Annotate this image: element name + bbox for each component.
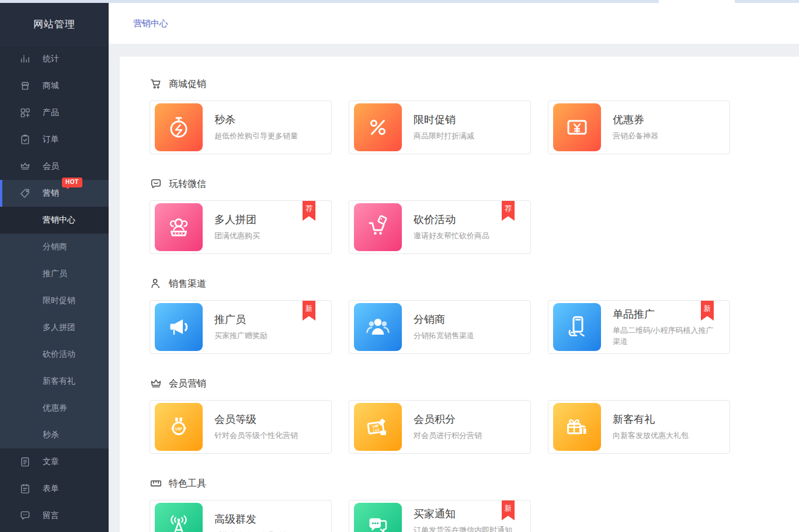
sidebar-subitem-coupon[interactable]: 优惠券 — [0, 395, 109, 422]
sidebar-item-products[interactable]: 产品 — [0, 99, 109, 126]
sidebar-item-label: 营销 — [43, 188, 59, 199]
sidebar-subitem-label: 新客有礼 — [43, 376, 75, 387]
card-row: VIP会员等级针对会员等级个性化营销VIPLV.9会员积分对会员进行积分营销新客… — [150, 400, 781, 454]
card-title: 会员积分 — [414, 412, 482, 426]
card-row: 高级群发对指定人群发送营销短信买家通知订单发货等在微信内即时通知买家新 — [150, 500, 781, 532]
sidebar-subitem-label: 砍价活动 — [43, 349, 75, 360]
card-title: 多人拼团 — [214, 213, 260, 227]
card-text: 秒杀超低价抢购引导更多销量 — [214, 113, 313, 142]
vip-card-icon: VIPLV.9 — [354, 403, 402, 451]
section-header: 销售渠道 — [150, 277, 781, 290]
card-desc: 团满优惠购买 — [214, 231, 260, 242]
svg-text:VIP: VIP — [175, 426, 183, 432]
card-title: 砍价活动 — [414, 213, 489, 227]
distributor-icon — [354, 303, 402, 351]
discount-icon — [354, 103, 402, 151]
cart-icon — [150, 78, 162, 91]
sidebar-subitem-promoter[interactable]: 推广员 — [0, 260, 109, 287]
messages-icon — [19, 510, 31, 521]
card-text: 砍价活动邀请好友帮忙砍价商品 — [414, 213, 505, 242]
sidebar-item-label: 商城 — [43, 81, 59, 91]
card-new-customer-gift[interactable]: 新客有礼向新客发放优惠大礼包 — [548, 400, 730, 454]
card-title: 推广员 — [214, 312, 268, 326]
sidebar-item-label: 留言 — [43, 510, 59, 521]
card-text: 限时促销商品限时打折满减 — [414, 113, 489, 142]
sidebar-item-messages[interactable]: 留言 — [0, 502, 109, 529]
sidebar-subitem-marketing-center[interactable]: 营销中心 — [0, 207, 109, 234]
sidebar-item-marketing[interactable]: 营销HOT — [0, 180, 109, 207]
section-header: 玩转微信 — [150, 178, 781, 190]
sidebar-subitem-limited-time-promo[interactable]: 限时促销 — [0, 287, 109, 314]
content-area: 商城促销秒杀超低价抢购引导更多销量限时促销商品限时打折满减优惠券营销必备神器玩转… — [109, 44, 799, 532]
section-sales-channel: 销售渠道推广员买家推广赠奖励新分销商分销拓宽销售渠道单品推广单品二维码/小程序码… — [150, 277, 781, 354]
sidebar-item-label: 订单 — [43, 134, 59, 145]
sidebar-item-label: 表单 — [43, 484, 59, 494]
card-bargain-activity[interactable]: 砍价活动邀请好友帮忙砍价商品荐 — [349, 200, 531, 254]
card-title: 秒杀 — [214, 113, 298, 127]
card-title: 优惠券 — [613, 113, 658, 127]
card-title: 高级群发 — [214, 512, 298, 526]
card-text: 多人拼团团满优惠购买 — [214, 213, 275, 242]
section-header: 会员营销 — [150, 377, 781, 390]
card-title: 分销商 — [414, 312, 474, 326]
card-row: 推广员买家推广赠奖励新分销商分销拓宽销售渠道单品推广单品二维码/小程序码植入推广… — [150, 300, 781, 354]
ribbon-badge: 新 — [303, 301, 315, 321]
group-buy-icon — [155, 203, 203, 251]
sidebar-item-label: 文章 — [43, 457, 59, 467]
card-desc: 单品二维码/小程序码植入推广渠道 — [613, 325, 714, 347]
card-buyer-notification[interactable]: 买家通知订单发货等在微信内即时通知买家新 — [349, 500, 531, 532]
wechat-icon — [150, 178, 162, 190]
card-row: 秒杀超低价抢购引导更多销量限时促销商品限时打折满减优惠券营销必备神器 — [150, 100, 781, 154]
card-group-buying[interactable]: 多人拼团团满优惠购买荐 — [150, 200, 332, 254]
card-title: 买家通知 — [414, 507, 515, 521]
section-title: 销售渠道 — [169, 278, 206, 290]
stopwatch-icon — [155, 103, 203, 151]
sidebar-subitem-label: 秒杀 — [43, 430, 59, 440]
card-text: 高级群发对指定人群发送营销短信 — [214, 512, 313, 532]
sidebar-item-articles[interactable]: 文章 — [0, 448, 109, 475]
section-title: 会员营销 — [169, 378, 206, 390]
card-text: 推广员买家推广赠奖励 — [214, 312, 283, 342]
card-coupon[interactable]: 优惠券营销必备神器 — [548, 100, 730, 154]
sidebar-subitem-seckill[interactable]: 秒杀 — [0, 422, 109, 448]
section-title: 玩转微信 — [169, 178, 206, 190]
tab-marketing-center[interactable]: 营销中心 — [133, 18, 168, 29]
card-row: 多人拼团团满优惠购买荐砍价活动邀请好友帮忙砍价商品荐 — [150, 200, 781, 254]
forms-icon — [19, 483, 31, 495]
bargain-cart-icon — [354, 203, 402, 251]
card-distributor[interactable]: 分销商分销拓宽销售渠道 — [349, 300, 531, 354]
card-member-points[interactable]: VIPLV.9会员积分对会员进行积分营销 — [349, 400, 531, 454]
sidebar-item-mall[interactable]: 商城 — [0, 72, 109, 99]
card-text: 分销商分销拓宽销售渠道 — [414, 312, 489, 342]
card-limited-time-promo[interactable]: 限时促销商品限时打折满减 — [349, 100, 531, 154]
card-desc: 邀请好友帮忙砍价商品 — [414, 231, 489, 242]
marketing-icon — [19, 187, 31, 199]
sidebar-subitem-bargain[interactable]: 砍价活动 — [0, 341, 109, 368]
card-mass-messaging[interactable]: 高级群发对指定人群发送营销短信 — [150, 500, 332, 532]
card-promoter[interactable]: 推广员买家推广赠奖励新 — [150, 300, 332, 354]
phone-promo-icon — [553, 303, 601, 351]
card-desc: 商品限时打折满减 — [414, 131, 474, 142]
sidebar-subitem-group-buying[interactable]: 多人拼团 — [0, 314, 109, 341]
sidebar-subitem-distributor[interactable]: 分销商 — [0, 234, 109, 260]
card-desc: 对会员进行积分营销 — [414, 430, 482, 441]
sidebar-item-members[interactable]: 会员 — [0, 153, 109, 180]
sidebar-item-forms[interactable]: 表单 — [0, 475, 109, 502]
sidebar-subitem-new-customer-gift[interactable]: 新客有礼 — [0, 368, 109, 395]
card-title: 新客有礼 — [613, 412, 689, 426]
ribbon-badge: 荐 — [303, 201, 315, 221]
person-icon — [150, 277, 162, 290]
sidebar-item-orders[interactable]: 订单 — [0, 126, 109, 153]
card-member-level[interactable]: VIP会员等级针对会员等级个性化营销 — [150, 400, 332, 454]
chart-icon — [19, 53, 31, 65]
sidebar-item-label: 会员 — [43, 161, 59, 172]
section-wechat: 玩转微信多人拼团团满优惠购买荐砍价活动邀请好友帮忙砍价商品荐 — [150, 178, 781, 254]
section-special-tools: 特色工具高级群发对指定人群发送营销短信买家通知订单发货等在微信内即时通知买家新 — [150, 477, 781, 532]
card-title: 单品推广 — [613, 307, 714, 321]
coupon-icon — [553, 103, 601, 151]
card-seckill[interactable]: 秒杀超低价抢购引导更多销量 — [150, 100, 332, 154]
sidebar-subitem-label: 分销商 — [43, 242, 67, 252]
card-single-product-promo[interactable]: 单品推广单品二维码/小程序码植入推广渠道新 — [548, 300, 730, 354]
card-desc: 向新客发放优惠大礼包 — [613, 430, 689, 441]
sidebar-item-stats[interactable]: 统计 — [0, 46, 109, 72]
